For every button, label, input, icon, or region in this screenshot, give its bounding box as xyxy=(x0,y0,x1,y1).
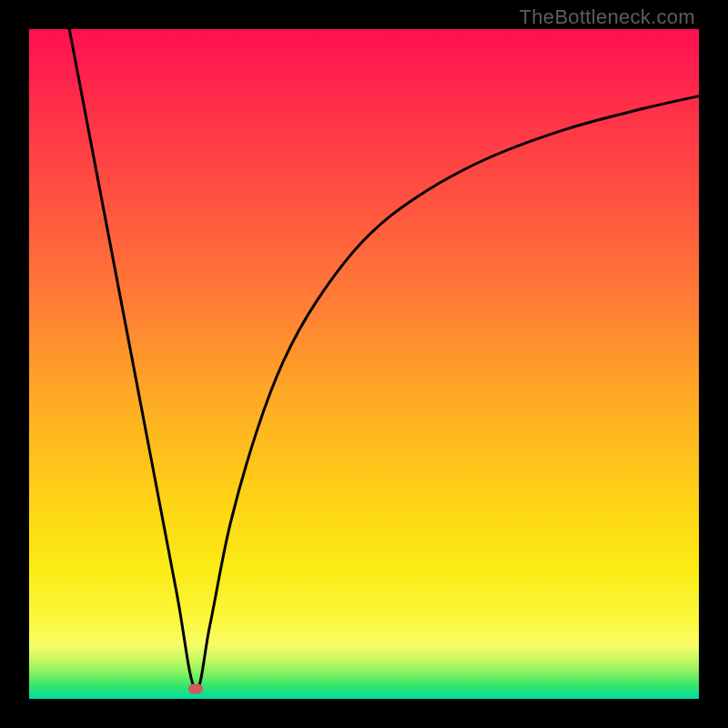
bottleneck-curve xyxy=(29,29,699,699)
plot-area xyxy=(29,29,699,699)
frame: TheBottleneck.com xyxy=(0,0,728,728)
minimum-marker xyxy=(188,683,203,693)
watermark-text: TheBottleneck.com xyxy=(520,5,695,29)
